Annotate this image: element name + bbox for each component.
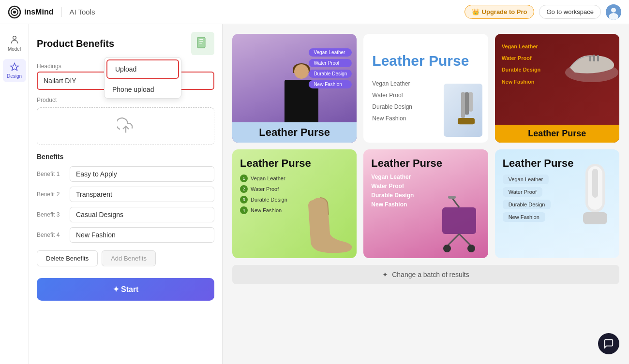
topbar: insMind AI Tools 👑 Upgrade to Pro Go to … (0, 0, 629, 24)
benefit-row-1: Benefit 1 (37, 166, 214, 182)
benefit-4-label: Benefit 4 (37, 232, 66, 238)
main-content: Vegan Leather Water Proof Durable Design… (223, 24, 629, 364)
upload-label: Upload (115, 65, 136, 73)
tag-water: Water Proof (309, 59, 352, 67)
start-button[interactable]: ✦ Start (37, 278, 214, 301)
benefit-actions: Delete Benefits Add Benefits (37, 250, 214, 266)
sparkle-icon: ✦ (382, 271, 388, 278)
template-card-3[interactable]: Vegan Leather Water Proof Durable Design… (495, 34, 619, 143)
num-2: 2 (240, 185, 248, 193)
svg-rect-11 (461, 92, 465, 118)
t6-tag-4: New Fashion (503, 212, 545, 222)
upload-option[interactable]: Upload (106, 59, 179, 79)
model-icon (10, 35, 19, 45)
sidebar-design-label: Design (7, 73, 22, 79)
svg-rect-6 (197, 37, 205, 48)
sidebar-model-label: Model (8, 46, 21, 52)
benefit-2-input[interactable] (70, 187, 214, 202)
upload-dropdown: Upload Phone upload (104, 57, 181, 99)
benefits-title: Benefits (37, 153, 214, 160)
svg-rect-8 (199, 41, 203, 42)
template-card-1[interactable]: Vegan Leather Water Proof Durable Design… (232, 34, 357, 143)
knife-set-icon (449, 91, 478, 130)
template-2-product (444, 84, 482, 137)
sidebar-item-model[interactable]: Model (3, 32, 26, 55)
logo: insMind (8, 5, 53, 19)
benefit-1-label: Benefit 1 (37, 171, 66, 177)
t3-b3: Durable Design (502, 64, 613, 75)
change-batch-button[interactable]: ✦ Change a batch of results (232, 265, 619, 284)
t4-item-1: 1 Vegan Leather (240, 175, 349, 182)
crown-icon: 👑 (472, 8, 479, 15)
num-1: 1 (240, 175, 248, 182)
template-3-title: Leather Purse (495, 125, 619, 143)
svg-rect-7 (199, 39, 203, 40)
benefit-4-input[interactable] (70, 227, 214, 243)
benefits-section: Benefits Benefit 1 Benefit 2 Benefit 3 B… (37, 153, 214, 266)
upload-cloud-icon (117, 117, 135, 135)
t4-label-2: Water Proof (251, 186, 279, 192)
chat-bubble-icon (603, 338, 614, 349)
logo-text: insMind (24, 8, 53, 16)
topbar-right: 👑 Upgrade to Pro Go to workspace (464, 4, 621, 20)
t5-item-2: Water Proof (371, 183, 480, 189)
left-panel: Product Benefits Headings Product (29, 24, 223, 364)
svg-point-23 (467, 245, 475, 252)
template-1-footer: Leather Purse (232, 122, 357, 143)
workspace-button[interactable]: Go to workspace (539, 5, 601, 19)
tag-fashion: New Fashion (309, 80, 352, 88)
panel-header: Product Benefits (37, 32, 214, 55)
template-3-benefits: Vegan Leather Water Proof Durable Design… (502, 41, 613, 87)
t6-tag-1: Vegan Leather (503, 175, 549, 184)
template-card-5[interactable]: Leather Purse Vegan Leather Water Proof … (363, 149, 488, 258)
t6-tag-2: Water Proof (503, 187, 542, 197)
svg-point-22 (443, 245, 451, 252)
svg-point-4 (611, 8, 616, 13)
main-layout: Model Design Product Benefits He (0, 0, 629, 364)
benefit-row-2: Benefit 2 (37, 187, 214, 202)
benefit-3-label: Benefit 3 (37, 211, 66, 218)
phone-upload-option[interactable]: Phone upload (105, 81, 181, 98)
topbar-left: insMind AI Tools (8, 5, 95, 19)
sidebar: Model Design (0, 24, 29, 364)
template-1-tags: Vegan Leather Water Proof Durable Design… (309, 48, 352, 88)
user-avatar[interactable] (606, 4, 621, 20)
avatar-image (606, 4, 621, 20)
svg-rect-13 (469, 92, 473, 112)
num-4: 4 (240, 206, 248, 214)
stroller-svg (433, 193, 486, 256)
thumb-icon (195, 36, 210, 51)
template-card-2[interactable]: Leather Purse Vegan Leather Water Proof … (363, 34, 488, 143)
svg-line-20 (447, 234, 459, 246)
upload-area[interactable] (37, 107, 214, 145)
templates-grid: Vegan Leather Water Proof Durable Design… (232, 34, 619, 258)
boots-svg (299, 195, 357, 258)
svg-rect-28 (592, 169, 598, 198)
template-5-title: Leather Purse (371, 157, 480, 170)
benefit-3-input[interactable] (70, 207, 214, 222)
benefit-row-3: Benefit 3 (37, 207, 214, 222)
add-benefits-button[interactable]: Add Benefits (102, 250, 156, 266)
benefit-1-input[interactable] (70, 166, 214, 182)
t3-b1: Vegan Leather (502, 41, 613, 52)
template-1-title: Leather Purse (259, 126, 330, 138)
tag-vegan: Vegan Leather (309, 48, 352, 57)
sidebar-item-design[interactable]: Design (3, 59, 26, 82)
benefit-row-4: Benefit 4 (37, 227, 214, 243)
chat-icon-button[interactable] (598, 333, 619, 354)
delete-benefits-button[interactable]: Delete Benefits (37, 250, 98, 266)
ai-tools-label: AI Tools (69, 8, 95, 16)
svg-rect-19 (442, 207, 476, 234)
product-row: Product Upload Phone upload (37, 97, 214, 145)
design-icon (10, 62, 19, 72)
t4-label-1: Vegan Leather (251, 175, 285, 181)
svg-rect-25 (448, 196, 456, 199)
template-card-6[interactable]: Leather Purse Vegan Leather Water Proof … (495, 149, 619, 258)
t5-item-1: Vegan Leather (371, 174, 480, 180)
upgrade-button[interactable]: 👑 Upgrade to Pro (464, 5, 535, 19)
template-card-4[interactable]: Leather Purse 1 Vegan Leather 2 Water Pr… (232, 149, 357, 258)
svg-rect-12 (465, 92, 469, 115)
workspace-label: Go to workspace (546, 8, 594, 15)
t4-item-2: 2 Water Proof (240, 185, 349, 193)
t3-b2: Water Proof (502, 52, 613, 64)
